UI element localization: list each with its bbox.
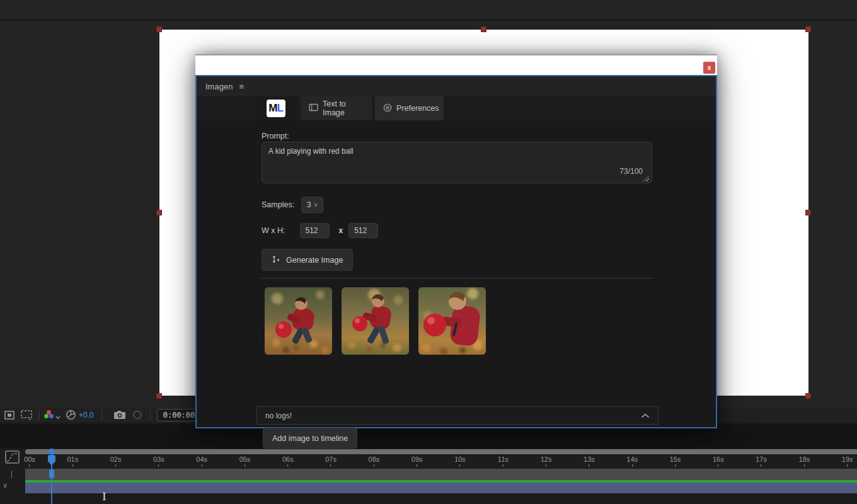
logs-bar[interactable]: no logs!	[256, 406, 659, 425]
generated-image-3[interactable]	[418, 287, 486, 355]
timeline-gutter: ∨	[0, 449, 25, 504]
playhead-head-tip	[48, 461, 55, 466]
tab-text-to-image[interactable]: Text to Image	[301, 96, 372, 120]
add-image-to-timeline-button[interactable]: Add image to timeline	[263, 428, 357, 449]
gutter-divider	[11, 471, 12, 478]
height-input[interactable]	[348, 223, 378, 238]
char-counter: 73/100	[619, 167, 643, 176]
ruler-tick: 09s	[411, 455, 423, 467]
graph-editor-icon[interactable]	[4, 449, 20, 467]
results-divider	[260, 278, 653, 278]
panel-title: Imagen	[205, 82, 233, 91]
ruler-tick: 06s	[282, 455, 294, 467]
close-button[interactable]: x	[703, 62, 715, 74]
timeline-ruler[interactable]: 00s01s02s03s04s05s06s07s08s09s10s11s12s1…	[25, 454, 857, 469]
snapshot-camera-icon[interactable]	[113, 408, 126, 422]
size-row: W x H: x	[262, 223, 378, 238]
ruler-tick: 02s	[110, 455, 122, 467]
textarea-resize-grip[interactable]	[643, 176, 649, 181]
width-input[interactable]	[300, 223, 330, 238]
ruler-tick: 12s	[541, 455, 552, 467]
ml-logo: ML	[267, 100, 285, 117]
samples-label: Samples:	[262, 200, 294, 209]
channels-icon[interactable]	[43, 408, 60, 422]
chevron-down-icon: ∨	[314, 202, 318, 208]
ruler-tick: 03s	[153, 455, 164, 467]
ruler-tick: 16s	[713, 455, 724, 467]
region-of-interest-icon[interactable]	[20, 408, 35, 422]
window-titlebar[interactable]: x	[195, 54, 717, 75]
selection-handle[interactable]	[805, 26, 811, 32]
tab-label: Text to Image	[323, 100, 364, 117]
ruler-tick: 11s	[498, 455, 509, 467]
ruler-tick: 19s	[842, 455, 853, 467]
generated-image-1[interactable]	[265, 287, 332, 355]
imagen-panel: Imagen ≡ ML Text to Image	[195, 75, 717, 428]
selection-handle[interactable]	[805, 393, 811, 399]
ruler-tick: 08s	[369, 455, 380, 467]
panel-menu-icon[interactable]: ≡	[239, 82, 244, 91]
tab-logo[interactable]: ML	[255, 96, 297, 120]
prompt-label: Prompt:	[262, 132, 289, 140]
selection-handle[interactable]	[156, 210, 162, 215]
toolbar-separator	[150, 410, 151, 420]
ruler-tick: 15s	[670, 455, 681, 467]
image-panel-icon	[309, 103, 318, 113]
toolbar-separator	[39, 410, 40, 420]
layer-duration-bar[interactable]	[25, 482, 857, 493]
text-cursor: I	[102, 490, 106, 503]
timeline-navigator-scrollbar[interactable]	[25, 449, 857, 454]
app-root: +0.0 0:00:00:00 x Imagen ≡ ML	[0, 0, 857, 504]
ruler-tick: 01s	[67, 455, 78, 467]
ruler-tick: 17s	[756, 455, 767, 467]
samples-row: Samples: 3 ∨	[262, 197, 323, 213]
circle-dot-icon	[383, 103, 392, 114]
timeline-tracks: 00s01s02s03s04s05s06s07s08s09s10s11s12s1…	[25, 449, 857, 504]
add-button-label: Add image to timeline	[272, 434, 348, 443]
chevron-up-icon[interactable]	[641, 411, 650, 420]
show-snapshot-icon[interactable]	[131, 408, 144, 422]
selection-handle[interactable]	[156, 393, 162, 399]
text-to-image-content: Prompt: A kid playing with red ball 73/1…	[197, 120, 716, 427]
generate-label: Generate Image	[286, 256, 343, 265]
tab-bar: ML Text to Image Preferences	[197, 96, 716, 120]
exposure-value[interactable]: +0.0	[79, 411, 94, 420]
ruler-tick: 00s	[24, 455, 35, 467]
generated-images-row	[265, 287, 486, 355]
ruler-tick: 18s	[799, 455, 810, 467]
generated-image-2[interactable]	[342, 287, 409, 355]
logs-message: no logs!	[265, 411, 292, 420]
ruler-tick: 10s	[454, 455, 466, 467]
ruler-tick: 14s	[626, 455, 638, 467]
work-area-bar[interactable]	[25, 469, 857, 480]
toolbar-separator	[101, 410, 102, 420]
generate-sparkle-icon	[272, 255, 280, 266]
ruler-tick: 04s	[196, 455, 207, 467]
size-separator: x	[339, 226, 343, 235]
selection-handle[interactable]	[156, 26, 162, 32]
selection-handle[interactable]	[805, 210, 811, 215]
timeline-panel: ∨ 00s01s02s03s04s05s06s07s08s09s10s11s12…	[0, 449, 857, 504]
ruler-tick: 05s	[239, 455, 251, 467]
chevron-down-icon[interactable]: ∨	[3, 481, 8, 490]
prompt-input[interactable]: A kid playing with red ball	[262, 142, 652, 183]
samples-select[interactable]: 3 ∨	[301, 197, 323, 213]
size-label: W x H:	[262, 226, 285, 235]
panel-seam-divider	[0, 20, 857, 21]
selection-handle[interactable]	[481, 26, 486, 32]
tab-label: Preferences	[396, 104, 439, 113]
panel-header: Imagen ≡	[197, 76, 716, 96]
generate-image-button[interactable]: Generate Image	[262, 249, 353, 271]
exposure-icon[interactable]	[66, 408, 76, 422]
imagen-window: x Imagen ≡ ML Text to Image	[195, 54, 717, 428]
tab-preferences[interactable]: Preferences	[375, 96, 444, 120]
playhead-workarea-handle[interactable]	[49, 469, 54, 478]
grid-options-icon[interactable]	[4, 408, 15, 422]
ruler-tick: 07s	[325, 455, 336, 467]
ruler-tick: 13s	[584, 455, 595, 467]
